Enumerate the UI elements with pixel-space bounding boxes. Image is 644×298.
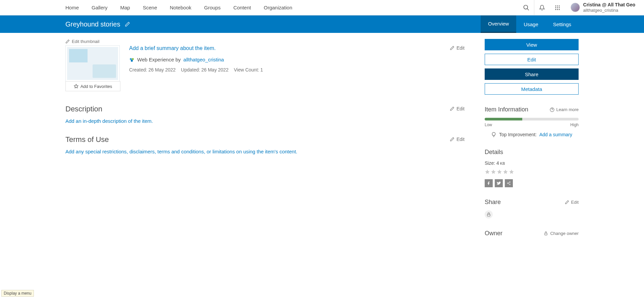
app-launcher-icon[interactable]: [550, 0, 565, 15]
svg-marker-11: [74, 84, 78, 88]
pencil-icon: [450, 106, 454, 111]
social-share-row: [485, 179, 579, 187]
terms-section: Terms of Use Add any special restriction…: [65, 135, 465, 154]
edit-description-link[interactable]: Edit: [450, 106, 465, 111]
item-author-link[interactable]: allthatgeo_cristina: [183, 57, 224, 62]
low-high-labels: Low High: [485, 122, 579, 127]
add-favorites-label: Add to Favorites: [80, 84, 112, 89]
svg-point-7: [558, 7, 559, 8]
add-a-summary-link[interactable]: Add a summary: [539, 132, 572, 137]
add-terms-link[interactable]: Add any special restrictions, disclaimer…: [65, 149, 298, 154]
avatar: [571, 3, 580, 12]
star-icon: [497, 169, 502, 175]
nav-scene[interactable]: Scene: [143, 5, 157, 10]
svg-point-3: [557, 5, 558, 6]
edit-thumbnail-link[interactable]: Edit thumbnail: [65, 39, 99, 44]
user-menu[interactable]: Cristina @ All That Geo allthatgeo_crist…: [565, 2, 641, 13]
view-button[interactable]: View: [485, 39, 579, 50]
user-username: allthatgeo_cristina: [583, 8, 635, 13]
details-heading: Details: [485, 149, 579, 156]
svg-marker-19: [497, 169, 501, 174]
svg-line-1: [527, 8, 529, 10]
thumbnail-box: Add to Favorites: [65, 45, 120, 91]
svg-line-26: [508, 184, 509, 184]
nav-groups[interactable]: Groups: [204, 5, 220, 10]
pencil-icon: [565, 200, 569, 204]
edit-summary-link[interactable]: Edit: [450, 45, 465, 51]
completeness-fill: [485, 118, 522, 120]
top-nav: Home Gallery Map Scene Notebook Groups C…: [0, 0, 644, 15]
description-heading: Description: [65, 105, 465, 113]
content: Edit thumbnail Add to Favorites Add a br…: [0, 33, 644, 250]
star-icon: [491, 169, 496, 175]
user-display-name: Cristina @ All That Geo: [583, 2, 635, 8]
updated-date: Updated: 26 May 2022: [181, 67, 229, 72]
info-icon: [550, 107, 554, 112]
edit-title-icon[interactable]: [125, 21, 130, 27]
nav-content[interactable]: Content: [233, 5, 251, 10]
web-experience-icon: [129, 57, 135, 62]
size-unit: KB: [499, 161, 505, 165]
svg-point-24: [509, 184, 511, 185]
rating-stars[interactable]: [485, 169, 579, 175]
item-type-label: Web Experience by: [137, 57, 181, 62]
size-line: Size: 4 KB: [485, 160, 579, 166]
add-summary-link[interactable]: Add a brief summary about the item.: [129, 45, 216, 51]
pencil-icon: [450, 137, 454, 142]
description-section: Description Add an in-depth description …: [65, 105, 465, 124]
nav-home[interactable]: Home: [65, 5, 79, 10]
nav-items: Home Gallery Map Scene Notebook Groups C…: [65, 5, 292, 10]
add-description-link[interactable]: Add an in-depth description of the item.: [65, 118, 153, 124]
change-owner-label: Change owner: [550, 231, 579, 236]
tab-overview[interactable]: Overview: [481, 15, 517, 33]
nav-map[interactable]: Map: [120, 5, 130, 10]
lock-icon: [486, 212, 491, 217]
edit-share-link[interactable]: Edit: [565, 200, 579, 205]
svg-point-6: [557, 7, 558, 8]
search-icon[interactable]: [519, 0, 534, 15]
edit-label: Edit: [457, 106, 465, 111]
share-button[interactable]: Share: [485, 68, 579, 80]
title-area: Greyhound stories: [65, 15, 130, 33]
add-to-favorites-button[interactable]: Add to Favorites: [65, 81, 120, 91]
item-tabs: Overview Usage Settings: [481, 15, 579, 33]
metadata-button[interactable]: Metadata: [485, 83, 579, 95]
generic-share-button[interactable]: [505, 179, 513, 187]
twitter-share-button[interactable]: [495, 179, 503, 187]
svg-point-2: [555, 5, 556, 6]
created-date: Created: 26 May 2022: [129, 67, 176, 72]
svg-marker-17: [485, 169, 489, 174]
edit-thumbnail-label: Edit thumbnail: [72, 39, 99, 44]
tab-settings[interactable]: Settings: [546, 15, 579, 33]
size-value: Size: 4: [485, 160, 499, 166]
nav-organization[interactable]: Organization: [264, 5, 292, 10]
item-info-heading: Item Information: [485, 106, 528, 113]
svg-point-12: [130, 58, 132, 60]
share-section: Share Edit: [485, 199, 579, 218]
item-thumbnail[interactable]: [65, 45, 120, 82]
lightbulb-icon: [491, 132, 496, 137]
top-improvement-label: Top Improvement:: [499, 132, 537, 137]
learn-more-link[interactable]: Learn more: [550, 107, 579, 112]
item-title: Greyhound stories: [65, 20, 120, 28]
svg-point-22: [509, 182, 511, 183]
change-owner-link[interactable]: Change owner: [544, 231, 579, 236]
improvement-row: Top Improvement: Add a summary: [485, 132, 579, 137]
nav-notebook[interactable]: Notebook: [170, 5, 191, 10]
owner-heading: Owner: [485, 230, 502, 237]
svg-marker-20: [503, 169, 507, 174]
svg-point-14: [131, 60, 133, 62]
user-text: Cristina @ All That Geo allthatgeo_crist…: [583, 2, 635, 13]
edit-terms-link[interactable]: Edit: [450, 137, 465, 142]
facebook-share-button[interactable]: [485, 179, 493, 187]
twitter-icon: [497, 181, 501, 185]
edit-button[interactable]: Edit: [485, 54, 579, 65]
thumbnail-row: Add to Favorites Add a brief summary abo…: [65, 45, 465, 91]
tab-usage[interactable]: Usage: [516, 15, 545, 33]
item-header-bar: Greyhound stories Overview Usage Setting…: [0, 15, 644, 33]
svg-point-4: [558, 5, 559, 6]
completeness-bar: [485, 118, 579, 120]
svg-point-9: [557, 9, 558, 10]
notifications-icon[interactable]: [534, 0, 550, 15]
nav-gallery[interactable]: Gallery: [92, 5, 108, 10]
